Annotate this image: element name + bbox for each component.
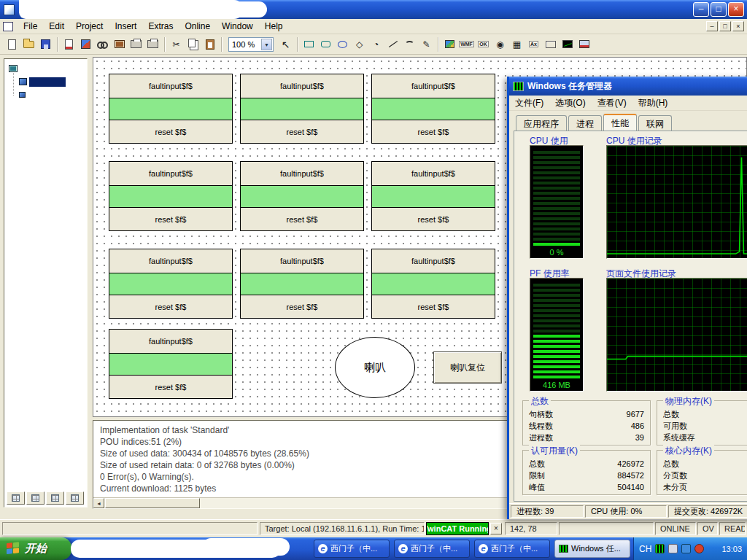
pen-tool-icon[interactable]: ✎ <box>418 36 435 52</box>
volume-icon[interactable] <box>668 544 678 553</box>
bitmap-tool-icon[interactable] <box>441 36 458 52</box>
zoom-select[interactable]: 100 % ▼ <box>228 37 274 52</box>
close-button[interactable]: × <box>728 2 744 17</box>
menu-extras[interactable]: Extras <box>142 20 179 33</box>
rebuild-icon[interactable] <box>77 36 94 52</box>
open-file-icon[interactable] <box>20 36 37 52</box>
tab-applications[interactable]: 应用程序 <box>516 115 567 131</box>
menu-project[interactable]: Project <box>70 20 109 33</box>
language-indicator[interactable]: CH <box>639 544 651 554</box>
fault-panel[interactable]: faultinput$f$ reset $f$ <box>371 74 495 144</box>
tab-pous[interactable] <box>7 491 25 505</box>
menu-file[interactable]: File <box>18 20 43 33</box>
menu-online[interactable]: Online <box>179 20 216 33</box>
fault-input-field[interactable]: faultinput$f$ <box>240 161 364 186</box>
fault-indicator[interactable] <box>109 185 233 208</box>
button-tool-icon[interactable] <box>542 36 559 52</box>
tab-data-types[interactable] <box>26 491 44 505</box>
fault-input-field[interactable]: faultinput$f$ <box>371 249 495 273</box>
fault-panel[interactable]: faultinput$f$ reset $f$ <box>371 249 495 319</box>
reset-field[interactable]: reset $f$ <box>109 120 233 144</box>
reset-field[interactable]: reset $f$ <box>240 207 364 231</box>
save-icon[interactable] <box>37 36 54 52</box>
minimize-button[interactable]: – <box>693 2 709 17</box>
print-icon[interactable] <box>128 36 144 52</box>
mdi-close-button[interactable]: × <box>732 21 744 31</box>
horn-reset-button[interactable]: 喇叭复位 <box>433 351 502 384</box>
pointer-tool-icon[interactable]: ↖ <box>277 36 294 52</box>
menu-help[interactable]: Help <box>259 20 289 33</box>
tm-menu-view[interactable]: 查看(V) <box>592 96 632 111</box>
reset-field[interactable]: reset $f$ <box>371 207 495 231</box>
tab-resources[interactable] <box>66 491 84 505</box>
clock[interactable]: 13:03 <box>721 545 742 553</box>
menu-insert[interactable]: Insert <box>109 20 142 33</box>
object-organizer[interactable] <box>4 58 88 508</box>
fault-indicator[interactable] <box>240 273 364 295</box>
mdi-child-icon[interactable] <box>3 22 13 31</box>
reset-field[interactable]: reset $f$ <box>109 375 233 399</box>
line-tool-icon[interactable] <box>384 36 401 52</box>
tree-root-item[interactable] <box>9 63 18 74</box>
library-icon[interactable] <box>111 36 128 52</box>
tm-menu-file[interactable]: 文件(F) <box>509 96 549 111</box>
menu-window[interactable]: Window <box>216 20 259 33</box>
taskbar-button-siemens-1[interactable]: e 西门子（中... <box>314 540 390 558</box>
fault-panel[interactable]: faultinput$f$ reset $f$ <box>371 161 495 231</box>
fault-indicator[interactable] <box>240 185 364 208</box>
fault-indicator[interactable] <box>109 273 233 295</box>
cut-icon[interactable]: ✂ <box>168 36 185 52</box>
taskbar-button-siemens-2[interactable]: e 西门子（中... <box>394 540 470 558</box>
fault-panel[interactable]: faultinput$f$ reset $f$ <box>109 249 233 319</box>
print-preview-icon[interactable] <box>144 36 161 52</box>
fault-indicator[interactable] <box>109 98 233 120</box>
ok-button-tool-icon[interactable]: OK <box>475 36 492 52</box>
rectangle-tool-icon[interactable] <box>301 36 317 52</box>
mdi-minimize-button[interactable]: – <box>706 21 718 31</box>
fault-indicator[interactable] <box>109 353 233 376</box>
scroll-left-icon[interactable]: ◄ <box>93 498 104 508</box>
paste-icon[interactable] <box>201 36 218 52</box>
maximize-button[interactable]: □ <box>711 2 727 17</box>
antivirus-icon[interactable] <box>694 544 704 553</box>
reset-field[interactable]: reset $f$ <box>240 295 364 319</box>
menu-edit[interactable]: Edit <box>43 20 70 33</box>
mdi-restore-button[interactable]: □ <box>719 21 731 31</box>
fault-input-field[interactable]: faultinput$f$ <box>371 161 495 186</box>
tab-networking[interactable]: 联网 <box>638 115 672 131</box>
fault-panel[interactable]: faultinput$f$ reset $f$ <box>240 249 364 319</box>
tree-item[interactable] <box>19 90 26 100</box>
rounded-rect-tool-icon[interactable] <box>317 36 334 52</box>
fault-panel[interactable]: faultinput$f$ reset $f$ <box>109 74 233 144</box>
new-file-icon[interactable] <box>4 36 20 52</box>
status-close-icon[interactable]: × <box>490 523 502 534</box>
fault-input-field[interactable]: faultinput$f$ <box>109 74 233 98</box>
reset-field[interactable]: reset $f$ <box>109 207 233 231</box>
trend-tool-icon[interactable] <box>559 36 576 52</box>
taskbar-button-task-manager[interactable]: Windows 任... <box>554 540 630 558</box>
tab-visualizations[interactable] <box>46 491 64 505</box>
fault-input-field[interactable]: faultinput$f$ <box>109 249 233 273</box>
network-icon[interactable] <box>681 544 691 553</box>
reset-field[interactable]: reset $f$ <box>371 120 495 144</box>
reset-field[interactable]: reset $f$ <box>109 295 233 319</box>
fault-input-field[interactable]: faultinput$f$ <box>371 74 495 98</box>
horn-ellipse[interactable]: 喇叭 <box>335 337 415 398</box>
start-button[interactable]: 开始 <box>0 537 71 560</box>
twincat-tray-icon[interactable] <box>655 544 665 553</box>
curve-tool-icon[interactable] <box>401 36 418 52</box>
pie-tool-icon[interactable]: ◔ <box>368 36 384 52</box>
fault-input-field[interactable]: faultinput$f$ <box>240 249 364 273</box>
tree-item-selected[interactable] <box>19 77 66 87</box>
tm-menu-help[interactable]: 帮助(H) <box>632 96 674 111</box>
fault-indicator[interactable] <box>371 185 495 208</box>
fault-indicator[interactable] <box>371 98 495 120</box>
find-icon[interactable] <box>94 36 111 52</box>
table-tool-icon[interactable]: ▦ <box>508 36 525 52</box>
fault-panel[interactable]: faultinput$f$ reset $f$ <box>240 74 364 144</box>
task-manager-window[interactable]: Windows 任务管理器 文件(F) 选项(O) 查看(V) 帮助(H) 应用… <box>507 77 747 519</box>
fault-input-field[interactable]: faultinput$f$ <box>109 329 233 354</box>
tm-menu-options[interactable]: 选项(O) <box>549 96 591 111</box>
scrollbar-thumb[interactable] <box>105 498 200 508</box>
fault-indicator[interactable] <box>240 98 364 120</box>
